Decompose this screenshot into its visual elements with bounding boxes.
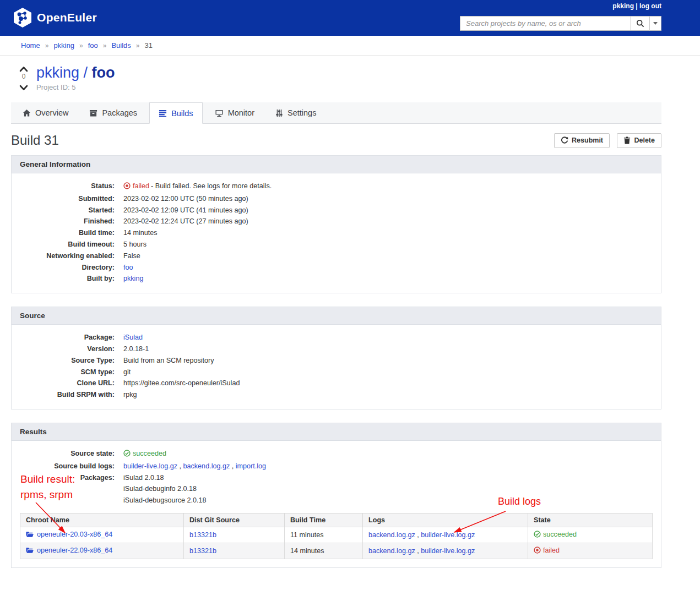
field-label: Built by: xyxy=(20,273,115,285)
project-tabs: Overview Packages Builds Monitor Setting… xyxy=(11,102,661,124)
dist-git-link[interactable]: b13321b xyxy=(189,547,216,555)
monitor-icon xyxy=(215,109,224,117)
search-input[interactable] xyxy=(460,16,631,31)
tab-builds[interactable]: Builds xyxy=(149,102,203,124)
vote-up-icon[interactable] xyxy=(19,66,28,72)
field-label: Version: xyxy=(20,343,115,355)
tab-packages[interactable]: Packages xyxy=(80,102,146,123)
breadcrumb-owner[interactable]: pkking xyxy=(53,41,74,50)
title-slash: / xyxy=(79,64,92,81)
log-link[interactable]: backend.log.gz xyxy=(368,547,415,555)
panel-title: Source xyxy=(12,307,661,325)
search-options-button[interactable] xyxy=(649,16,661,31)
packages-list: iSulad 2.0.18 iSulad-debuginfo 2.0.18 iS… xyxy=(123,472,207,506)
field-value: 2.0.18-1 xyxy=(123,343,149,355)
resubmit-button[interactable]: Resubmit xyxy=(554,133,610,148)
state-text: succeeded xyxy=(543,531,577,538)
column-header-logs: Logs xyxy=(363,513,528,527)
tab-overview[interactable]: Overview xyxy=(14,102,77,123)
column-header-build-time: Build Time xyxy=(285,513,363,527)
brand-name: OpenEuler xyxy=(37,11,97,24)
project-search xyxy=(460,16,661,31)
button-label: Resubmit xyxy=(572,136,603,144)
source-log-link[interactable]: import.log xyxy=(236,462,266,470)
openeuler-hexagon-icon xyxy=(13,7,32,28)
top-header: OpenEuler pkking | log out xyxy=(0,0,700,36)
vote-widget: 0 xyxy=(11,64,36,91)
search-button[interactable] xyxy=(631,16,649,31)
built-by-link[interactable]: pkking xyxy=(123,275,143,282)
tab-label: Settings xyxy=(287,108,316,117)
folder-icon xyxy=(26,531,34,539)
build-actions: Resubmit Delete xyxy=(554,133,661,148)
field-value: 5 hours xyxy=(123,239,146,250)
field-label: SCM type: xyxy=(20,367,115,378)
results-panel: Results Source state: succeeded Source b… xyxy=(11,423,661,568)
failed-status-icon xyxy=(123,182,131,193)
package-link[interactable]: iSulad xyxy=(123,334,143,341)
search-icon xyxy=(636,19,644,28)
table-row: openeuler-22.09-x86_64 b13321b 14 minute… xyxy=(20,543,653,559)
tab-settings[interactable]: Settings xyxy=(267,102,325,123)
openeuler-logo[interactable]: OpenEuler xyxy=(13,7,97,28)
column-header-chroot: Chroot Name xyxy=(20,513,184,527)
tab-label: Builds xyxy=(171,109,193,118)
panel-title: Results xyxy=(12,423,661,441)
field-value: False xyxy=(123,250,140,262)
source-log-link[interactable]: builder-live.log.gz xyxy=(123,462,177,470)
package-item: iSulad 2.0.18 xyxy=(123,472,207,484)
field-label: Source state: xyxy=(20,448,115,461)
delete-button[interactable]: Delete xyxy=(617,133,661,148)
column-header-dist-git: Dist Git Source xyxy=(184,513,285,527)
panel-title: General Information xyxy=(12,156,661,173)
status-message: - Build failed. See logs for more detail… xyxy=(151,182,272,190)
comma-separator: , xyxy=(415,547,421,555)
sliders-icon xyxy=(275,109,283,117)
tab-label: Monitor xyxy=(228,108,254,117)
comma-separator: , xyxy=(177,462,183,470)
field-label: Directory: xyxy=(20,262,115,274)
breadcrumb-home[interactable]: Home xyxy=(21,41,40,50)
annotation-build-result-line1: Build result: xyxy=(20,474,79,485)
project-owner-link[interactable]: pkking xyxy=(36,64,79,81)
table-row: openeuler-20.03-x86_64 b13321b 11 minute… xyxy=(20,527,653,543)
user-profile-link[interactable]: pkking xyxy=(612,2,634,10)
breadcrumb-project[interactable]: foo xyxy=(88,41,98,50)
field-label: Submitted: xyxy=(20,193,115,205)
column-header-state: State xyxy=(528,513,653,527)
directory-link[interactable]: foo xyxy=(123,264,133,271)
tab-monitor[interactable]: Monitor xyxy=(206,102,263,123)
log-link[interactable]: builder-live.log.gz xyxy=(421,547,475,555)
field-label: Started: xyxy=(20,205,115,216)
logout-link[interactable]: log out xyxy=(639,2,661,10)
field-value: git xyxy=(123,367,131,378)
comma-separator: , xyxy=(230,462,236,470)
comma-separator: , xyxy=(415,531,421,539)
breadcrumb-separator: » xyxy=(79,42,83,50)
log-link[interactable]: backend.log.gz xyxy=(368,531,415,539)
chroot-link[interactable]: openeuler-22.09-x86_64 xyxy=(37,547,112,554)
build-time-cell: 14 minutes xyxy=(285,543,363,559)
breadcrumb-builds[interactable]: Builds xyxy=(111,41,131,50)
source-log-link[interactable]: backend.log.gz xyxy=(183,462,230,470)
field-label: Networking enabled: xyxy=(20,250,115,262)
user-session-links: pkking | log out xyxy=(612,2,661,10)
builds-list-icon xyxy=(159,109,167,117)
package-item: iSulad-debugsource 2.0.18 xyxy=(123,495,207,506)
dist-git-link[interactable]: b13321b xyxy=(189,531,216,539)
field-value: 14 minutes xyxy=(123,227,158,239)
project-id: Project ID: 5 xyxy=(36,83,115,91)
field-value: Build from an SCM repository xyxy=(123,355,214,367)
field-label: Build time: xyxy=(20,227,115,239)
breadcrumb-separator: » xyxy=(45,42,49,50)
pipe-separator: | xyxy=(636,2,637,10)
field-label: Package: xyxy=(20,332,115,343)
status-text: failed xyxy=(133,182,149,190)
field-label: Build timeout: xyxy=(20,239,115,250)
vote-down-icon[interactable] xyxy=(19,85,28,91)
field-label: Source build logs: xyxy=(20,461,115,472)
chroot-link[interactable]: openeuler-20.03-x86_64 xyxy=(37,531,112,538)
succeeded-status-icon xyxy=(534,531,541,539)
field-value: 2023-02-02 12:00 UTC (50 minutes ago) xyxy=(123,193,248,205)
log-link[interactable]: builder-live.log.gz xyxy=(421,531,475,539)
